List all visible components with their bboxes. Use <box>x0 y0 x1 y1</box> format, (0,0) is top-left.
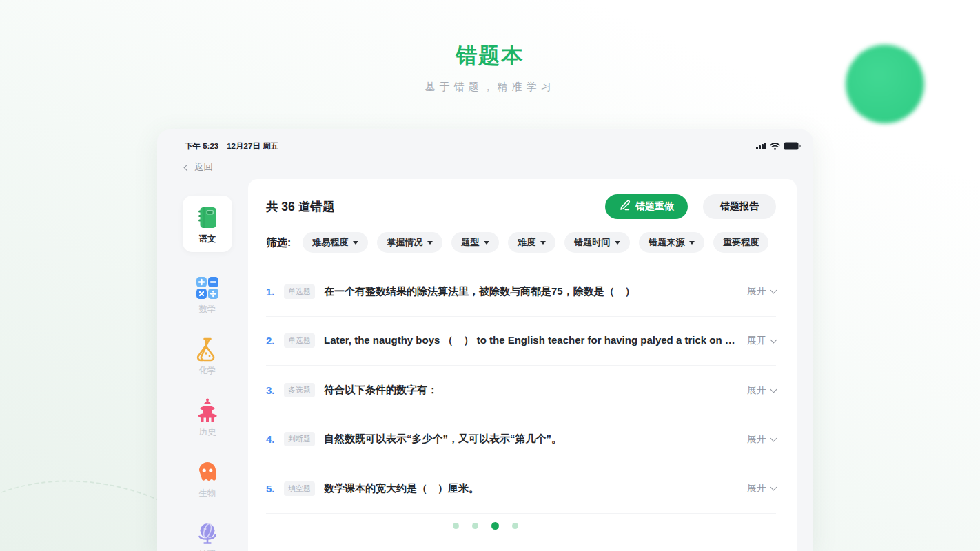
expand-label: 展开 <box>747 335 766 347</box>
filter-difficulty-ease[interactable]: 难易程度 <box>303 232 368 253</box>
questions-count-title: 共 36 道错题 <box>266 198 334 215</box>
status-date: 12月27日 周五 <box>227 141 278 152</box>
question-row-1[interactable]: 1. 单选题 在一个有整数结果的除法算法里，被除数与商都是75，除数是（ ） 展… <box>266 267 776 317</box>
pen-icon <box>619 200 631 214</box>
dropdown-arrow-icon <box>427 241 433 245</box>
filter-row: 筛选: 难易程度 掌握情况 题型 难度 错题时间 <box>266 232 776 253</box>
question-type-badge: 单选题 <box>284 284 315 299</box>
report-button[interactable]: 错题报告 <box>703 194 776 219</box>
filter-time[interactable]: 错题时间 <box>564 232 630 253</box>
chevron-down-icon <box>770 287 777 294</box>
filter-difficulty[interactable]: 难度 <box>508 232 555 253</box>
question-text: 符合以下条件的数字有： <box>324 384 747 397</box>
question-type-badge: 单选题 <box>284 333 315 348</box>
filter-mastery[interactable]: 掌握情况 <box>377 232 442 253</box>
filter-pill-label: 重要程度 <box>723 236 759 249</box>
filter-pill-label: 错题时间 <box>574 236 610 249</box>
question-type-badge: 多选题 <box>284 383 315 397</box>
filter-importance[interactable]: 重要程度 <box>713 232 768 253</box>
page-title: 错题本 <box>0 41 980 70</box>
page-subtitle: 基于错题，精准学习 <box>0 81 980 94</box>
question-text: Later, the naugthy boys （ ） to the Engli… <box>324 334 747 347</box>
chevron-down-icon <box>770 435 777 441</box>
redo-questions-button[interactable]: 错题重做 <box>605 194 688 219</box>
sidebar-item-label: 语文 <box>183 233 232 245</box>
redo-button-label: 错题重做 <box>635 200 674 213</box>
expand-label: 展开 <box>747 285 766 298</box>
wifi-icon <box>770 143 780 150</box>
question-text: 自然数既可以表示“多少个”，又可以表示“第几个”。 <box>324 433 747 446</box>
chemistry-flask-icon <box>194 335 221 363</box>
biology-octopus-icon <box>194 458 221 486</box>
history-pagoda-icon <box>194 397 221 424</box>
expand-toggle[interactable]: 展开 <box>747 384 776 397</box>
chevron-down-icon <box>770 386 777 393</box>
dropdown-arrow-icon <box>540 241 546 245</box>
filter-pill-label: 难易程度 <box>312 236 348 249</box>
dropdown-arrow-icon <box>484 241 489 245</box>
sidebar-item-chinese[interactable]: 语文 <box>183 196 232 252</box>
pagination-dot-1[interactable] <box>453 523 459 529</box>
chevron-down-icon <box>770 484 777 491</box>
filter-label: 筛选: <box>266 236 291 250</box>
status-bar: 下午 5:23 12月27日 周五 <box>185 141 278 152</box>
expand-toggle[interactable]: 展开 <box>747 433 776 446</box>
page: 错题本 基于错题，精准学习 下午 5:23 12月27日 周五 <box>0 0 980 551</box>
expand-label: 展开 <box>747 433 766 446</box>
pagination-dot-3-active[interactable] <box>491 522 499 530</box>
pagination-dot-4[interactable] <box>512 523 518 529</box>
card-header: 共 36 道错题 错题重做 错题报告 <box>266 194 776 219</box>
status-time: 下午 5:23 <box>185 141 218 152</box>
expand-toggle[interactable]: 展开 <box>747 335 776 347</box>
tablet-mockup: 下午 5:23 12月27日 周五 <box>157 129 813 551</box>
wrong-questions-card: 共 36 道错题 错题重做 错题报告 <box>248 179 797 551</box>
expand-label: 展开 <box>747 482 766 495</box>
question-text: 数学课本的宽大约是（ ）厘米。 <box>324 482 747 495</box>
expand-label: 展开 <box>747 384 766 397</box>
sidebar-item-label: 历史 <box>183 426 232 438</box>
math-calculator-icon <box>194 274 221 302</box>
dropdown-arrow-icon <box>689 241 695 245</box>
question-row-4[interactable]: 4. 判断题 自然数既可以表示“多少个”，又可以表示“第几个”。 展开 <box>266 415 776 465</box>
back-label: 返回 <box>194 161 213 174</box>
question-number: 1. <box>266 286 284 298</box>
back-button[interactable]: 返回 <box>185 161 213 174</box>
filter-pill-label: 错题来源 <box>649 236 684 249</box>
dropdown-arrow-icon <box>353 241 358 245</box>
pagination-dot-2[interactable] <box>472 523 478 529</box>
status-icons <box>756 142 801 150</box>
question-number: 3. <box>266 384 284 396</box>
sidebar-item-math[interactable]: 数学 <box>183 270 232 315</box>
filter-question-type[interactable]: 题型 <box>451 232 499 253</box>
filter-pill-label: 难度 <box>518 236 535 249</box>
filter-pill-label: 题型 <box>461 236 479 249</box>
filter-source[interactable]: 错题来源 <box>639 232 704 253</box>
sidebar-item-geography[interactable]: 地理 <box>183 515 232 551</box>
chevron-left-icon <box>184 165 191 171</box>
sidebar-item-biology[interactable]: 生物 <box>183 454 232 499</box>
battery-icon <box>784 142 801 150</box>
report-button-label: 错题报告 <box>720 200 759 213</box>
question-row-5[interactable]: 5. 填空题 数学课本的宽大约是（ ）厘米。 展开 <box>266 464 776 514</box>
sidebar-item-history[interactable]: 历史 <box>183 393 232 438</box>
question-number: 4. <box>266 433 284 445</box>
expand-toggle[interactable]: 展开 <box>747 482 776 495</box>
chevron-down-icon <box>770 336 777 343</box>
sidebar-item-chemistry[interactable]: 化学 <box>183 331 232 377</box>
question-row-6[interactable]: 6. 问答题 公园的路旁有一排树，每棵树之间相隔3米，请问第一棵树和第六棵树之间… <box>266 539 776 551</box>
pagination-dots <box>157 522 813 530</box>
question-row-3[interactable]: 3. 多选题 符合以下条件的数字有： 展开 <box>266 366 776 415</box>
question-type-badge: 判断题 <box>284 432 315 446</box>
expand-toggle[interactable]: 展开 <box>747 285 776 298</box>
chinese-notebook-icon <box>194 204 221 231</box>
cellular-signal-icon <box>756 143 766 149</box>
dropdown-arrow-icon <box>615 241 620 245</box>
sidebar-item-label: 数学 <box>183 304 232 315</box>
subject-sidebar: 语文 数学 <box>183 196 232 551</box>
filter-pill-label: 掌握情况 <box>387 236 422 249</box>
question-number: 2. <box>266 335 284 346</box>
question-type-badge: 填空题 <box>284 481 315 496</box>
question-number: 5. <box>266 483 284 495</box>
question-row-2[interactable]: 2. 单选题 Later, the naugthy boys （ ） to th… <box>266 317 776 366</box>
sidebar-item-label: 生物 <box>183 488 232 499</box>
